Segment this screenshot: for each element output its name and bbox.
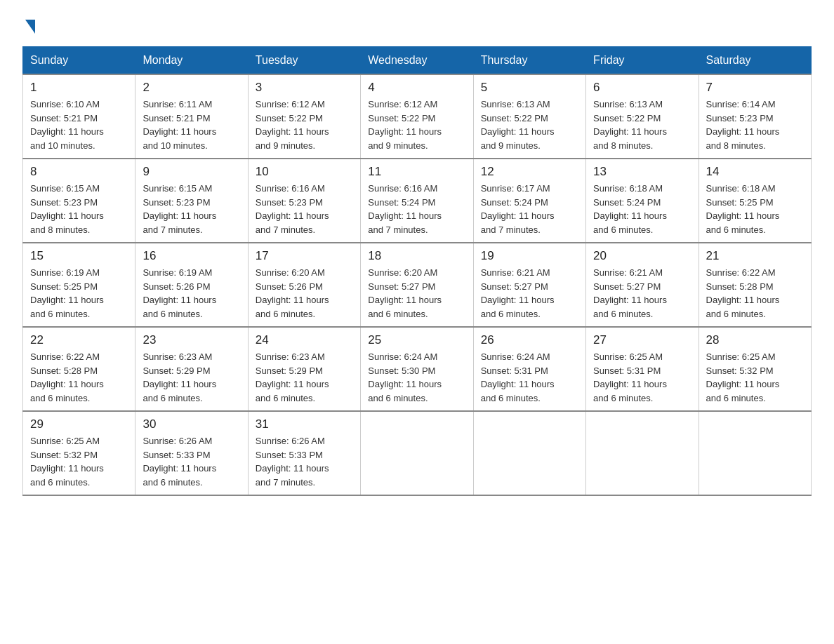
weekday-header-wednesday: Wednesday — [361, 47, 473, 75]
day-number: 21 — [706, 249, 804, 263]
calendar-cell: 15Sunrise: 6:19 AMSunset: 5:25 PMDayligh… — [23, 243, 135, 327]
calendar-cell: 10Sunrise: 6:16 AMSunset: 5:23 PMDayligh… — [248, 159, 360, 243]
weekday-header-thursday: Thursday — [473, 47, 585, 75]
day-number: 12 — [481, 165, 578, 179]
calendar-cell: 20Sunrise: 6:21 AMSunset: 5:27 PMDayligh… — [586, 243, 699, 327]
day-number: 15 — [30, 249, 128, 263]
calendar-cell: 24Sunrise: 6:23 AMSunset: 5:29 PMDayligh… — [248, 327, 360, 411]
weekday-header-saturday: Saturday — [699, 47, 811, 75]
day-number: 4 — [368, 81, 465, 95]
day-info: Sunrise: 6:18 AMSunset: 5:24 PMDaylight:… — [593, 182, 691, 236]
day-info: Sunrise: 6:19 AMSunset: 5:26 PMDaylight:… — [143, 266, 240, 321]
day-info: Sunrise: 6:20 AMSunset: 5:27 PMDaylight:… — [368, 266, 465, 321]
calendar-cell — [699, 411, 811, 495]
day-info: Sunrise: 6:23 AMSunset: 5:29 PMDaylight:… — [256, 350, 353, 405]
day-number: 16 — [143, 249, 240, 263]
day-info: Sunrise: 6:26 AMSunset: 5:33 PMDaylight:… — [143, 434, 240, 489]
day-info: Sunrise: 6:22 AMSunset: 5:28 PMDaylight:… — [30, 350, 128, 405]
calendar-cell: 9Sunrise: 6:15 AMSunset: 5:23 PMDaylight… — [135, 159, 248, 243]
weekday-header-monday: Monday — [135, 47, 248, 75]
calendar-row-4: 29Sunrise: 6:25 AMSunset: 5:32 PMDayligh… — [23, 411, 812, 495]
day-number: 28 — [706, 333, 804, 347]
calendar-cell: 31Sunrise: 6:26 AMSunset: 5:33 PMDayligh… — [248, 411, 360, 495]
calendar-cell: 28Sunrise: 6:25 AMSunset: 5:32 PMDayligh… — [699, 327, 811, 411]
calendar-cell: 18Sunrise: 6:20 AMSunset: 5:27 PMDayligh… — [361, 243, 473, 327]
logo — [22, 17, 35, 32]
day-info: Sunrise: 6:24 AMSunset: 5:30 PMDaylight:… — [368, 350, 465, 405]
day-number: 31 — [256, 417, 353, 431]
day-info: Sunrise: 6:20 AMSunset: 5:26 PMDaylight:… — [256, 266, 353, 321]
calendar-cell: 5Sunrise: 6:13 AMSunset: 5:22 PMDaylight… — [473, 74, 585, 159]
day-number: 14 — [706, 165, 804, 179]
calendar-cell: 16Sunrise: 6:19 AMSunset: 5:26 PMDayligh… — [135, 243, 248, 327]
calendar-cell: 29Sunrise: 6:25 AMSunset: 5:32 PMDayligh… — [23, 411, 135, 495]
day-info: Sunrise: 6:18 AMSunset: 5:25 PMDaylight:… — [706, 182, 804, 236]
calendar-cell: 26Sunrise: 6:24 AMSunset: 5:31 PMDayligh… — [473, 327, 585, 411]
logo-arrow-icon — [25, 20, 35, 34]
day-info: Sunrise: 6:16 AMSunset: 5:24 PMDaylight:… — [368, 182, 465, 236]
day-info: Sunrise: 6:25 AMSunset: 5:31 PMDaylight:… — [593, 350, 691, 405]
calendar-cell: 21Sunrise: 6:22 AMSunset: 5:28 PMDayligh… — [699, 243, 811, 327]
day-info: Sunrise: 6:23 AMSunset: 5:29 PMDaylight:… — [143, 350, 240, 405]
day-info: Sunrise: 6:22 AMSunset: 5:28 PMDaylight:… — [706, 266, 804, 321]
calendar-row-3: 22Sunrise: 6:22 AMSunset: 5:28 PMDayligh… — [23, 327, 812, 411]
weekday-header-row: SundayMondayTuesdayWednesdayThursdayFrid… — [23, 47, 812, 75]
weekday-header-sunday: Sunday — [23, 47, 135, 75]
calendar-row-0: 1Sunrise: 6:10 AMSunset: 5:21 PMDaylight… — [23, 74, 812, 159]
calendar-cell: 25Sunrise: 6:24 AMSunset: 5:30 PMDayligh… — [361, 327, 473, 411]
calendar-cell: 11Sunrise: 6:16 AMSunset: 5:24 PMDayligh… — [361, 159, 473, 243]
calendar-cell: 2Sunrise: 6:11 AMSunset: 5:21 PMDaylight… — [135, 74, 248, 159]
day-number: 22 — [30, 333, 128, 347]
calendar-cell — [586, 411, 699, 495]
calendar-cell: 8Sunrise: 6:15 AMSunset: 5:23 PMDaylight… — [23, 159, 135, 243]
day-number: 8 — [30, 165, 128, 179]
day-info: Sunrise: 6:11 AMSunset: 5:21 PMDaylight:… — [143, 98, 240, 152]
day-info: Sunrise: 6:21 AMSunset: 5:27 PMDaylight:… — [593, 266, 691, 321]
day-info: Sunrise: 6:14 AMSunset: 5:23 PMDaylight:… — [706, 98, 804, 152]
day-number: 2 — [143, 81, 240, 95]
calendar-cell: 14Sunrise: 6:18 AMSunset: 5:25 PMDayligh… — [699, 159, 811, 243]
calendar-row-1: 8Sunrise: 6:15 AMSunset: 5:23 PMDaylight… — [23, 159, 812, 243]
day-info: Sunrise: 6:16 AMSunset: 5:23 PMDaylight:… — [256, 182, 353, 236]
calendar-cell: 4Sunrise: 6:12 AMSunset: 5:22 PMDaylight… — [361, 74, 473, 159]
day-info: Sunrise: 6:15 AMSunset: 5:23 PMDaylight:… — [30, 182, 128, 236]
day-number: 13 — [593, 165, 691, 179]
calendar-cell: 27Sunrise: 6:25 AMSunset: 5:31 PMDayligh… — [586, 327, 699, 411]
day-info: Sunrise: 6:13 AMSunset: 5:22 PMDaylight:… — [481, 98, 578, 152]
day-number: 25 — [368, 333, 465, 347]
day-number: 3 — [256, 81, 353, 95]
day-number: 19 — [481, 249, 578, 263]
calendar-cell: 12Sunrise: 6:17 AMSunset: 5:24 PMDayligh… — [473, 159, 585, 243]
day-info: Sunrise: 6:25 AMSunset: 5:32 PMDaylight:… — [30, 434, 128, 489]
weekday-header-friday: Friday — [586, 47, 699, 75]
day-info: Sunrise: 6:19 AMSunset: 5:25 PMDaylight:… — [30, 266, 128, 321]
day-number: 9 — [143, 165, 240, 179]
calendar-row-2: 15Sunrise: 6:19 AMSunset: 5:25 PMDayligh… — [23, 243, 812, 327]
day-number: 11 — [368, 165, 465, 179]
day-info: Sunrise: 6:12 AMSunset: 5:22 PMDaylight:… — [256, 98, 353, 152]
day-number: 18 — [368, 249, 465, 263]
calendar-cell: 23Sunrise: 6:23 AMSunset: 5:29 PMDayligh… — [135, 327, 248, 411]
day-info: Sunrise: 6:26 AMSunset: 5:33 PMDaylight:… — [256, 434, 353, 489]
calendar-cell — [473, 411, 585, 495]
calendar-cell: 17Sunrise: 6:20 AMSunset: 5:26 PMDayligh… — [248, 243, 360, 327]
calendar-cell: 13Sunrise: 6:18 AMSunset: 5:24 PMDayligh… — [586, 159, 699, 243]
day-number: 23 — [143, 333, 240, 347]
day-number: 30 — [143, 417, 240, 431]
day-number: 17 — [256, 249, 353, 263]
day-number: 29 — [30, 417, 128, 431]
day-number: 6 — [593, 81, 691, 95]
calendar-header: SundayMondayTuesdayWednesdayThursdayFrid… — [23, 47, 812, 75]
day-number: 1 — [30, 81, 128, 95]
day-info: Sunrise: 6:13 AMSunset: 5:22 PMDaylight:… — [593, 98, 691, 152]
day-number: 20 — [593, 249, 691, 263]
calendar-table: SundayMondayTuesdayWednesdayThursdayFrid… — [22, 46, 812, 496]
weekday-header-tuesday: Tuesday — [248, 47, 360, 75]
day-info: Sunrise: 6:25 AMSunset: 5:32 PMDaylight:… — [706, 350, 804, 405]
calendar-body: 1Sunrise: 6:10 AMSunset: 5:21 PMDaylight… — [23, 74, 812, 495]
day-number: 5 — [481, 81, 578, 95]
day-info: Sunrise: 6:24 AMSunset: 5:31 PMDaylight:… — [481, 350, 578, 405]
day-number: 10 — [256, 165, 353, 179]
calendar-cell: 7Sunrise: 6:14 AMSunset: 5:23 PMDaylight… — [699, 74, 811, 159]
calendar-cell: 6Sunrise: 6:13 AMSunset: 5:22 PMDaylight… — [586, 74, 699, 159]
